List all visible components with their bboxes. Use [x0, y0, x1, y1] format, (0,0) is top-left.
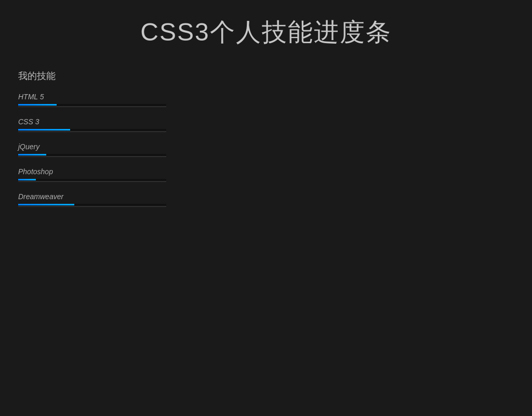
- section-title: 我的技能: [18, 70, 532, 82]
- progress-fill: [18, 129, 70, 131]
- skill-item: Photoshop: [18, 167, 166, 182]
- progress-track: [18, 104, 166, 107]
- progress-fill: [18, 104, 57, 106]
- skills-container: HTML 5CSS 3jQueryPhotoshopDreamweaver: [18, 93, 166, 207]
- page-title: CSS3个人技能进度条: [0, 0, 532, 59]
- skill-label: HTML 5: [18, 93, 166, 101]
- progress-track: [18, 179, 166, 182]
- skill-label: Photoshop: [18, 167, 166, 176]
- progress-track: [18, 129, 166, 132]
- progress-track: [18, 204, 166, 207]
- progress-track: [18, 154, 166, 157]
- skill-item: HTML 5: [18, 93, 166, 107]
- skill-item: CSS 3: [18, 118, 166, 132]
- progress-fill: [18, 179, 36, 180]
- progress-fill: [18, 204, 74, 205]
- skill-label: CSS 3: [18, 118, 166, 126]
- skill-label: Dreamweaver: [18, 192, 166, 201]
- skill-label: jQuery: [18, 142, 166, 151]
- progress-fill: [18, 154, 46, 155]
- skill-item: Dreamweaver: [18, 192, 166, 207]
- skill-item: jQuery: [18, 142, 166, 157]
